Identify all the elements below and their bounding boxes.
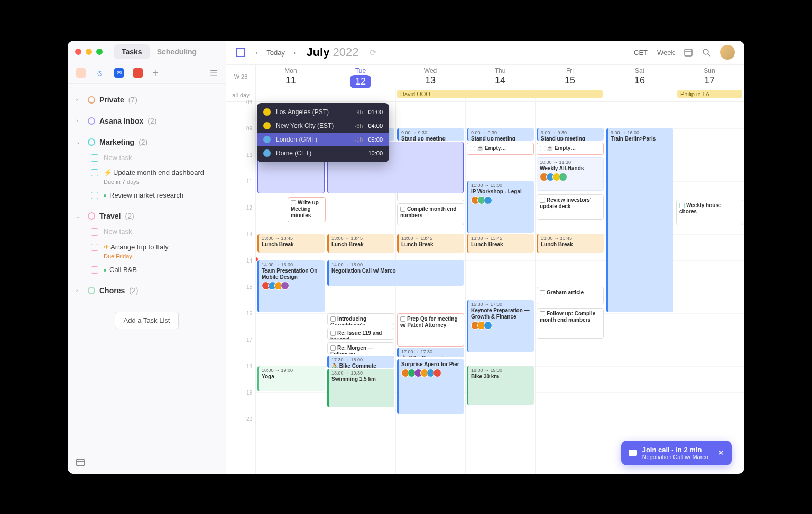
day-header[interactable]: Thu14 — [465, 65, 535, 89]
mini-calendar-icon[interactable] — [68, 451, 226, 474]
source-morgen-icon[interactable] — [76, 68, 86, 78]
add-list-button[interactable]: Add a Task List — [115, 312, 179, 329]
event-checkbox[interactable] — [400, 207, 405, 212]
day-column[interactable]: 9:00 → 9:30Stand up meeting☕ Empty…10:00… — [535, 102, 605, 474]
calendar-icon[interactable] — [684, 48, 693, 57]
day-header[interactable]: Mon11 — [256, 65, 326, 89]
calendar-event[interactable]: Prep Qs for meeting w/ Patent Attorney — [397, 313, 464, 347]
task-item[interactable]: Review market research — [68, 188, 226, 203]
group-header[interactable]: ›Asana Inbox (2) — [68, 113, 226, 129]
join-call-popup[interactable]: Join call - in 2 min Negotiation Call w/… — [621, 441, 732, 465]
calendar-event[interactable]: 9:00 → 9:30Stand up meeting — [467, 128, 534, 141]
calendar-event[interactable]: 9:00 → 16:00Train Berlin>Paris — [606, 128, 673, 312]
calendar-event[interactable]: Write up Meeting minutes — [288, 197, 326, 222]
tab-scheduling[interactable]: Scheduling — [150, 44, 204, 59]
refresh-icon[interactable]: ⟳ — [366, 45, 380, 60]
source-other-icon[interactable] — [133, 68, 143, 78]
event-checkbox[interactable] — [470, 146, 475, 151]
calendar-event[interactable]: 15:30 → 17:30Keynote Preparation — Growt… — [467, 300, 534, 352]
task-checkbox[interactable] — [91, 266, 98, 274]
calendar-event[interactable]: 13:00 → 13:45Lunch Break — [257, 234, 325, 253]
task-item[interactable]: ✈Arrange trip to ItalyDue Friday — [68, 240, 226, 263]
calendar-event[interactable]: Re: Morgen — Follow up — [327, 342, 394, 354]
calendar-event[interactable]: Compile month end numbers — [397, 203, 464, 225]
calendar-event[interactable]: 9:00 → 9:30Stand up meeting — [397, 128, 464, 141]
event-checkbox[interactable] — [540, 198, 545, 203]
calendar-event[interactable]: 14:00 → 15:00Negotiation Call w/ Marco — [327, 260, 464, 286]
task-checkbox[interactable] — [91, 228, 98, 236]
calendar-event[interactable]: 13:00 → 13:45Lunch Break — [327, 234, 394, 253]
task-item[interactable]: ⚡Update month end dashboardDue in 7 days — [68, 165, 226, 188]
day-header[interactable]: Tue12 — [326, 65, 395, 89]
task-checkbox[interactable] — [91, 169, 98, 176]
group-header[interactable]: ⌄Travel (2) — [68, 208, 226, 225]
calendar-event[interactable]: 18:00 → 19:00Yoga — [257, 366, 325, 391]
event-checkbox[interactable] — [540, 290, 545, 295]
timezone-popup[interactable]: Los Angeles (PST)-9h01:00New York City (… — [257, 103, 389, 162]
calendar-event[interactable]: Surprise Apero for Pier — [397, 359, 464, 414]
calendar-event[interactable]: Graham article — [537, 287, 604, 304]
source-todoist-icon[interactable]: ◎ — [95, 68, 105, 78]
task-checkbox[interactable] — [91, 244, 98, 251]
calendar-event[interactable]: 13:00 → 13:45Lunch Break — [397, 234, 464, 253]
calendar-event[interactable]: 14:00 → 16:00Team Presentation On Mobile… — [257, 260, 325, 312]
calendar-event[interactable]: ☕ Empty… — [467, 143, 534, 155]
allday-event[interactable]: David OOO — [397, 90, 603, 98]
task-checkbox[interactable] — [91, 192, 98, 199]
event-checkbox[interactable] — [330, 331, 336, 336]
view-button[interactable]: Week — [657, 49, 675, 57]
calendar-event[interactable]: 13:00 → 13:45Lunch Break — [537, 234, 604, 253]
event-checkbox[interactable] — [400, 316, 405, 322]
event-checkbox[interactable] — [540, 311, 545, 316]
calendar-event[interactable]: Review investors' update deck — [537, 194, 604, 220]
today-button[interactable]: Today — [266, 49, 285, 57]
list-toggle-icon[interactable]: ☰ — [210, 68, 217, 78]
allday-cell[interactable]: Philip in LA — [675, 89, 744, 101]
day-column[interactable]: 9:00 → 9:30Stand up meeting☕ Empty…11:00… — [465, 102, 535, 474]
event-checkbox[interactable] — [330, 316, 336, 322]
event-checkbox[interactable] — [291, 200, 296, 205]
calendar-event[interactable]: ☕ Empty… — [537, 143, 604, 155]
allday-cell[interactable] — [605, 89, 675, 101]
search-icon[interactable] — [702, 48, 710, 57]
day-header[interactable]: Fri15 — [535, 65, 605, 89]
event-checkbox[interactable] — [679, 203, 685, 208]
tab-tasks[interactable]: Tasks — [114, 44, 150, 59]
prev-button[interactable]: ‹ — [253, 46, 261, 59]
day-header[interactable]: Sat16 — [605, 65, 675, 89]
group-header[interactable]: ›Private (7) — [68, 91, 226, 108]
close-icon[interactable]: ✕ — [718, 448, 724, 457]
calendar-event[interactable]: 10:00 → 11:30Weekly All-Hands — [537, 157, 604, 191]
day-header[interactable]: Wed13 — [395, 65, 465, 89]
minimize-icon[interactable] — [86, 49, 92, 55]
maximize-icon[interactable] — [96, 49, 103, 55]
timezone-button[interactable]: CET — [634, 49, 648, 57]
day-column[interactable]: 9:00 → 16:00Train Berlin>Paris — [605, 102, 675, 474]
calendar-event[interactable]: 17:30 → 18:00🚴 Bike Commute — [327, 356, 394, 368]
event-checkbox[interactable] — [330, 345, 336, 351]
calendar-event[interactable]: 17:00 → 17:30🚴 Bike Commute — [397, 348, 464, 357]
event-checkbox[interactable] — [540, 146, 545, 151]
sidebar-toggle-icon[interactable] — [236, 48, 245, 57]
task-item[interactable]: New task — [68, 151, 226, 166]
day-column[interactable]: Weekly house chores — [675, 102, 744, 474]
add-source-button[interactable]: + — [152, 67, 159, 79]
day-header[interactable]: Sun17 — [675, 65, 744, 89]
allday-cell[interactable] — [256, 89, 326, 101]
timezone-row[interactable]: London (GMT)-1h09:00 — [257, 133, 389, 146]
group-header[interactable]: ⌄Marketing (2) — [68, 134, 226, 151]
calendar-event[interactable]: 18:00 → 19:30Bike 30 km — [467, 366, 534, 405]
calendar-event[interactable]: Introducing Crunchbase's Outreach… — [327, 313, 394, 325]
task-checkbox[interactable] — [91, 154, 98, 162]
calendar-event[interactable]: 13:00 → 13:45Lunch Break — [467, 234, 534, 253]
allday-event[interactable]: Philip in LA — [677, 90, 742, 98]
close-icon[interactable] — [75, 49, 81, 55]
timezone-row[interactable]: Rome (CET)10:00 — [257, 146, 389, 160]
timezone-row[interactable]: Los Angeles (PST)-9h01:00 — [257, 105, 389, 119]
calendar-event[interactable]: Follow up: Compile month end numbers — [537, 308, 604, 339]
timezone-row[interactable]: New York City (EST)-6h04:00 — [257, 119, 389, 133]
calendar-event[interactable]: Re: Issue 119 and beyond — [327, 328, 394, 340]
calendar-event[interactable]: 11:00 → 13:00IP Workshop - Legal — [467, 181, 534, 233]
source-outlook-icon[interactable]: ✉ — [114, 68, 124, 78]
calendar-event[interactable]: Weekly house chores — [676, 200, 743, 225]
